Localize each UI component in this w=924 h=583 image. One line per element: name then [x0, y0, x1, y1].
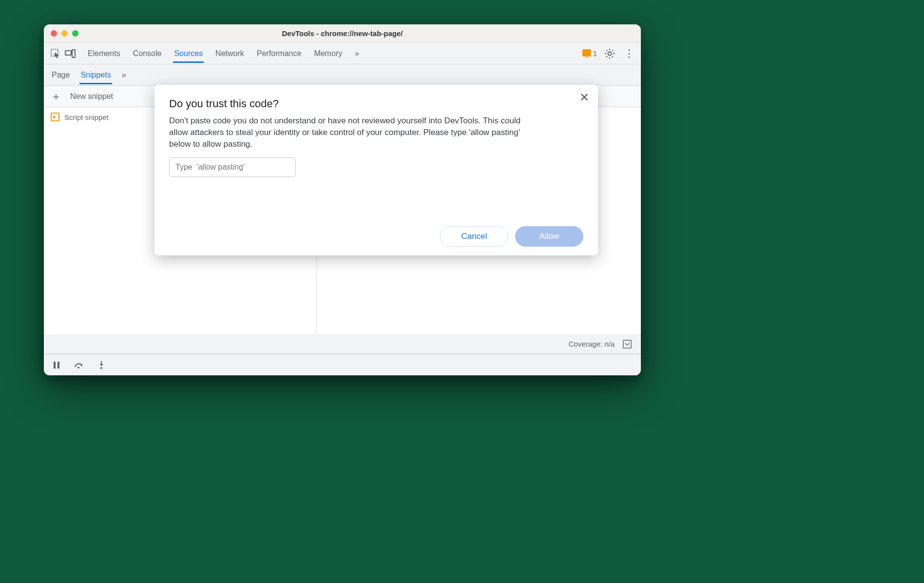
svg-point-3 — [608, 52, 612, 55]
device-toolbar-icon[interactable] — [63, 47, 77, 60]
sources-subtabs: Page Snippets » — [44, 64, 641, 86]
warnings-badge[interactable]: 1 — [582, 49, 597, 58]
titlebar: DevTools - chrome://new-tab-page/ — [44, 24, 641, 43]
pause-icon[interactable] — [50, 358, 63, 372]
inspect-element-icon[interactable] — [49, 47, 62, 60]
tab-sources[interactable]: Sources — [173, 44, 204, 63]
tab-network[interactable]: Network — [214, 44, 245, 63]
svg-line-9 — [612, 56, 613, 57]
close-icon[interactable]: ✕ — [578, 91, 591, 104]
allow-pasting-input[interactable] — [169, 157, 296, 177]
coverage-label: Coverage: n/a — [569, 340, 615, 348]
svg-rect-14 — [58, 362, 59, 369]
step-into-icon[interactable] — [95, 358, 108, 372]
minimize-window-button[interactable] — [61, 30, 68, 37]
tab-elements[interactable]: Elements — [87, 44, 121, 63]
svg-rect-1 — [65, 51, 71, 55]
main-tabs: Elements Console Sources Network Perform… — [44, 43, 641, 64]
svg-rect-2 — [72, 50, 75, 58]
coverage-bar: Coverage: n/a — [44, 334, 641, 354]
zoom-window-button[interactable] — [72, 30, 78, 37]
subtab-snippets[interactable]: Snippets — [79, 66, 112, 84]
svg-line-11 — [606, 56, 607, 57]
tab-list: Elements Console Sources Network Perform… — [87, 44, 581, 63]
more-menu-icon[interactable]: ⋮ — [622, 47, 636, 60]
svg-line-10 — [612, 50, 613, 51]
step-over-icon[interactable] — [72, 358, 86, 372]
subtab-overflow[interactable]: » — [121, 66, 127, 84]
svg-rect-12 — [623, 340, 631, 348]
dialog-body: Don't paste code you do not understand o… — [169, 115, 530, 150]
warnings-count: 1 — [593, 49, 597, 58]
tab-performance[interactable]: Performance — [256, 44, 303, 63]
coverage-dropdown-icon[interactable] — [620, 337, 634, 351]
plus-icon[interactable]: ＋ — [51, 89, 61, 104]
window-controls — [51, 30, 78, 37]
trust-code-dialog: ✕ Do you trust this code? Don't paste co… — [154, 85, 598, 255]
allow-button[interactable]: Allow — [515, 226, 583, 247]
tab-memory[interactable]: Memory — [313, 44, 343, 63]
debugger-toolbar — [44, 354, 641, 375]
warning-icon — [582, 49, 591, 58]
snippet-file-icon — [51, 113, 59, 121]
devtools-window: DevTools - chrome://new-tab-page/ Elemen… — [44, 24, 641, 375]
svg-point-17 — [100, 367, 102, 369]
tab-console[interactable]: Console — [132, 44, 163, 63]
dialog-title: Do you trust this code? — [169, 97, 583, 110]
svg-line-8 — [606, 50, 607, 51]
window-title: DevTools - chrome://new-tab-page/ — [44, 29, 641, 38]
svg-point-15 — [77, 367, 79, 369]
subtab-page[interactable]: Page — [51, 66, 71, 84]
cancel-button[interactable]: Cancel — [440, 226, 508, 247]
snippet-name: Script snippet — [64, 113, 109, 121]
close-window-button[interactable] — [51, 30, 57, 37]
settings-icon[interactable] — [603, 47, 616, 60]
svg-rect-13 — [54, 362, 56, 369]
tab-overflow[interactable]: » — [354, 44, 360, 63]
new-snippet-button[interactable]: New snippet — [70, 92, 113, 101]
